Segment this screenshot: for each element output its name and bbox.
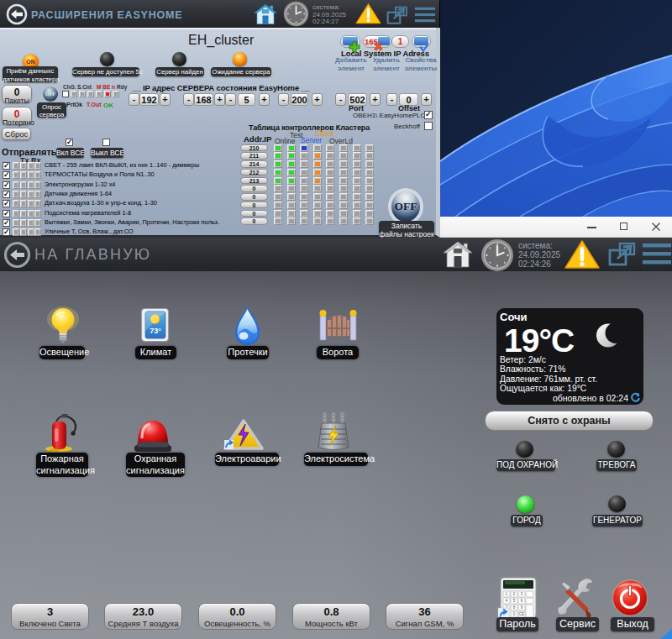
svg-text:CE: CE [519,612,524,616]
svg-text:73°: 73° [150,327,161,335]
